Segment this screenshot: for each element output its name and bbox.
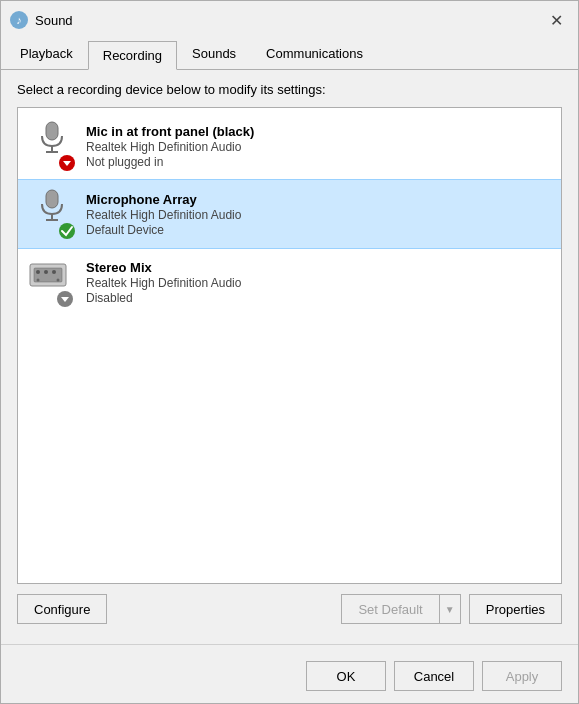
properties-button[interactable]: Properties (469, 594, 562, 624)
svg-point-16 (37, 279, 40, 282)
set-default-dropdown-button[interactable]: ▼ (439, 594, 461, 624)
svg-point-14 (44, 270, 48, 274)
device-icon-stereo-mix (28, 256, 76, 308)
bottom-buttons-row1: Configure Set Default ▼ Properties (17, 594, 562, 624)
tab-recording[interactable]: Recording (88, 41, 177, 70)
svg-rect-7 (46, 190, 58, 208)
device-item-mic-front[interactable]: Mic in at front panel (black) Realtek Hi… (18, 112, 561, 180)
svg-point-15 (52, 270, 56, 274)
set-default-group: Set Default ▼ Properties (341, 594, 562, 624)
set-default-button[interactable]: Set Default (341, 594, 438, 624)
ok-button[interactable]: OK (306, 661, 386, 691)
device-status-stereo-mix: Disabled (86, 291, 551, 305)
svg-point-17 (57, 279, 60, 282)
device-info-stereo-mix: Stereo Mix Realtek High Definition Audio… (86, 260, 551, 305)
device-driver-mic-array: Realtek High Definition Audio (86, 208, 551, 222)
device-status-mic-array: Default Device (86, 223, 551, 237)
window-icon: ♪ (9, 10, 29, 30)
badge-error (58, 154, 76, 172)
device-name-mic-front: Mic in at front panel (black) (86, 124, 551, 139)
device-driver-stereo-mix: Realtek High Definition Audio (86, 276, 551, 290)
window-title: Sound (35, 13, 542, 28)
tab-playback[interactable]: Playback (5, 39, 88, 70)
bottom-buttons-row2: OK Cancel Apply (1, 653, 578, 703)
separator (1, 644, 578, 645)
badge-success (58, 222, 76, 240)
configure-button[interactable]: Configure (17, 594, 107, 624)
apply-button[interactable]: Apply (482, 661, 562, 691)
close-button[interactable]: ✕ (542, 6, 570, 34)
device-name-stereo-mix: Stereo Mix (86, 260, 551, 275)
cancel-button[interactable]: Cancel (394, 661, 474, 691)
main-content: Select a recording device below to modif… (1, 70, 578, 644)
device-info-mic-front: Mic in at front panel (black) Realtek Hi… (86, 124, 551, 169)
device-icon-mic-array (28, 188, 76, 240)
svg-point-13 (36, 270, 40, 274)
device-info-mic-array: Microphone Array Realtek High Definition… (86, 192, 551, 237)
device-list-container: Mic in at front panel (black) Realtek Hi… (17, 107, 562, 584)
tab-sounds[interactable]: Sounds (177, 39, 251, 70)
tab-communications[interactable]: Communications (251, 39, 378, 70)
device-item-mic-array[interactable]: Microphone Array Realtek High Definition… (18, 180, 561, 248)
device-icon-mic-front (28, 120, 76, 172)
badge-disabled (56, 290, 74, 308)
title-bar: ♪ Sound ✕ (1, 1, 578, 39)
sound-dialog: ♪ Sound ✕ Playback Recording Sounds Comm… (0, 0, 579, 704)
device-name-mic-array: Microphone Array (86, 192, 551, 207)
device-status-mic-front: Not plugged in (86, 155, 551, 169)
device-list[interactable]: Mic in at front panel (black) Realtek Hi… (18, 108, 561, 583)
svg-text:♪: ♪ (16, 14, 22, 26)
device-driver-mic-front: Realtek High Definition Audio (86, 140, 551, 154)
device-item-stereo-mix[interactable]: Stereo Mix Realtek High Definition Audio… (18, 248, 561, 316)
svg-rect-2 (46, 122, 58, 140)
description-text: Select a recording device below to modif… (17, 82, 562, 97)
tab-bar: Playback Recording Sounds Communications (1, 39, 578, 70)
